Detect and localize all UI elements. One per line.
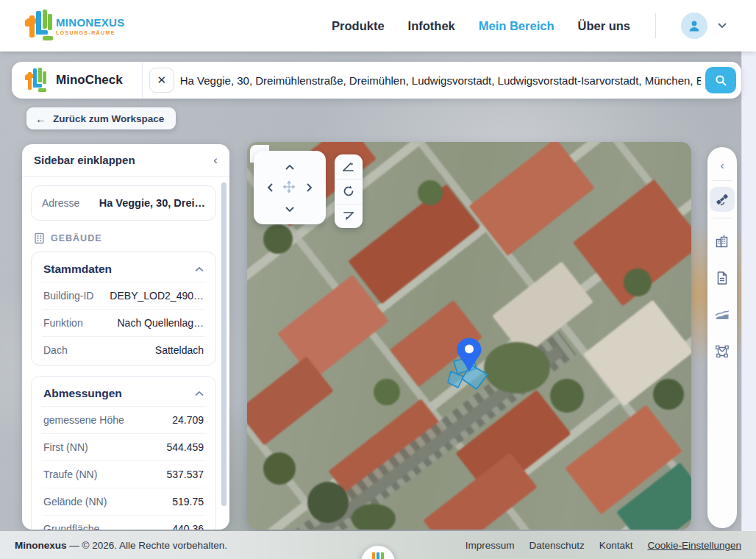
main-nav: Produkte Infothek Mein Bereich Über uns: [332, 0, 727, 51]
toolbar-divider: [713, 180, 732, 181]
polygon-measure-icon: [715, 344, 730, 359]
collapse-chevron-up-icon[interactable]: [195, 391, 204, 396]
back-to-workspace-button[interactable]: ← Zurück zum Workspace: [26, 107, 176, 129]
search-icon: [715, 74, 727, 87]
footer-links: Impressum Datenschutz Kontakt Cookie-Ein…: [466, 540, 741, 551]
toolbar-collapse-chevron-icon[interactable]: ‹: [721, 159, 724, 171]
search-input[interactable]: [180, 74, 701, 87]
row-value: Satteldach: [74, 344, 204, 356]
top-navbar: MINONEXUS LÖSUNGS-RÄUME Produkte Infothe…: [0, 0, 756, 51]
table-row: First (NN) 544.459: [42, 433, 205, 460]
satellite-icon: [715, 192, 730, 207]
angle-measure-icon[interactable]: [335, 154, 363, 179]
footer-link-kontakt[interactable]: Kontakt: [599, 540, 633, 551]
account-chevron-down-icon[interactable]: [718, 23, 727, 29]
pan-center-icon[interactable]: [283, 181, 295, 193]
address-value: Ha Veggie, 30, Drei…: [99, 197, 205, 209]
building-sidebar: Sidebar einklappen ‹ Adresse Ha Veggie, …: [22, 144, 229, 530]
row-label: First (NN): [43, 441, 88, 453]
abmessungen-title: Abmessungen: [43, 387, 122, 400]
row-value: Nach Quellenlag…: [89, 317, 204, 329]
minocheck-title: MinoCheck: [56, 73, 123, 88]
back-button-label: Zurück zum Workspace: [53, 113, 164, 124]
table-row: Traufe (NN) 537.537: [42, 460, 205, 488]
minocheck-logo-icon: [25, 68, 47, 93]
gebaeude-section-label: GEBÄUDE: [51, 233, 102, 243]
app-root: MINONEXUS LÖSUNGS-RÄUME Produkte Infothe…: [0, 0, 756, 559]
bearing-icon[interactable]: [335, 204, 363, 228]
search-button[interactable]: [705, 67, 736, 93]
sidebar-header[interactable]: Sidebar einklappen ‹: [22, 144, 229, 177]
nav-item-infothek[interactable]: Infothek: [408, 19, 455, 33]
aerial-map[interactable]: [247, 142, 691, 530]
abmessungen-title-row[interactable]: Abmessungen: [42, 380, 205, 406]
layer-polygon-button[interactable]: [710, 339, 735, 364]
map-pan-control: [254, 151, 326, 224]
brand-logo[interactable]: MINONEXUS LÖSUNGS-RÄUME: [25, 10, 125, 42]
row-label: Gelände (NN): [43, 496, 107, 508]
map-layers-toolbar: ‹: [707, 147, 737, 528]
floating-button-logo-icon: [372, 552, 384, 559]
address-label: Adresse: [42, 197, 79, 209]
page-scrollbar[interactable]: [741, 51, 756, 531]
stammdaten-card: Stammdaten Building-ID DEBY_LOD2_490… Fu…: [31, 252, 216, 366]
brand-name: MINONEXUS: [56, 17, 125, 28]
layer-document-button[interactable]: [710, 266, 735, 291]
row-label: gemessene Höhe: [43, 414, 124, 426]
row-value: 537.537: [103, 469, 204, 480]
document-icon: [716, 271, 729, 285]
footer-link-datenschutz[interactable]: Datenschutz: [529, 540, 585, 551]
layer-buildings-button[interactable]: [710, 229, 735, 254]
user-icon: [687, 18, 702, 33]
building-icon: [34, 232, 45, 244]
row-value: 544.459: [94, 441, 204, 453]
table-row: Funktion Nach Quellenlag…: [42, 309, 205, 336]
copyright-text: Minonexus — © 2026. Alle Rechte vorbehal…: [15, 540, 227, 551]
terrain-layers-icon: [715, 309, 730, 321]
row-label: Grundfläche: [43, 523, 99, 530]
layer-terrain-button[interactable]: [710, 302, 735, 327]
gebaeude-section-header: GEBÄUDE: [34, 232, 215, 244]
rotate-icon[interactable]: [335, 179, 363, 203]
nav-item-produkte[interactable]: Produkte: [332, 19, 385, 33]
footer-link-impressum[interactable]: Impressum: [466, 540, 515, 551]
back-arrow-icon: ←: [35, 113, 46, 125]
sidebar-collapse-label: Sidebar einklappen: [34, 154, 135, 166]
nav-divider: [655, 13, 656, 38]
table-row: Building-ID DEBY_LOD2_490…: [42, 282, 205, 309]
address-card: Adresse Ha Veggie, 30, Drei…: [31, 185, 216, 221]
row-value: DEBY_LOD2_490…: [104, 290, 204, 302]
minocheck-search-panel: MinoCheck ✕: [12, 62, 741, 99]
abmessungen-card: Abmessungen gemessene Höhe 24.709 First …: [31, 376, 216, 530]
map-rotation-controls: [335, 154, 363, 228]
collapse-chevron-up-icon[interactable]: [195, 266, 204, 272]
clear-search-button[interactable]: ✕: [149, 68, 174, 93]
city-buildings-icon: [715, 234, 730, 249]
pan-left-button[interactable]: [264, 182, 276, 193]
footer-brand: Minonexus: [15, 540, 67, 551]
layer-satellite-button[interactable]: [710, 187, 735, 212]
pan-up-button[interactable]: [284, 161, 296, 173]
toolbar-divider: [713, 218, 732, 218]
stammdaten-title: Stammdaten: [43, 263, 112, 276]
table-row: Grundfläche 440.36: [42, 515, 205, 530]
footer-link-cookie-einstellungen[interactable]: Cookie-Einstellungen: [647, 540, 741, 551]
pan-down-button[interactable]: [284, 204, 296, 216]
row-value: 24.709: [130, 414, 204, 426]
nav-item-ueber-uns[interactable]: Über uns: [577, 19, 630, 33]
table-row: Dach Satteldach: [42, 336, 205, 363]
sidebar-scrollbar[interactable]: [221, 182, 227, 506]
pan-right-button[interactable]: [304, 182, 315, 193]
row-label: Funktion: [43, 317, 83, 329]
map-marker-pin[interactable]: [455, 337, 483, 374]
sidebar-collapse-chevron-icon[interactable]: ‹: [213, 154, 218, 166]
nav-item-mein-bereich[interactable]: Mein Bereich: [479, 19, 554, 33]
table-row: Gelände (NN) 519.75: [42, 488, 205, 515]
brand-tagline: LÖSUNGS-RÄUME: [56, 30, 125, 35]
stammdaten-title-row[interactable]: Stammdaten: [42, 255, 205, 282]
search-field: ✕: [142, 62, 741, 99]
row-label: Traufe (NN): [43, 469, 97, 480]
row-value: 519.75: [113, 496, 204, 508]
table-row: gemessene Höhe 24.709: [42, 406, 205, 433]
user-avatar[interactable]: [681, 13, 707, 39]
